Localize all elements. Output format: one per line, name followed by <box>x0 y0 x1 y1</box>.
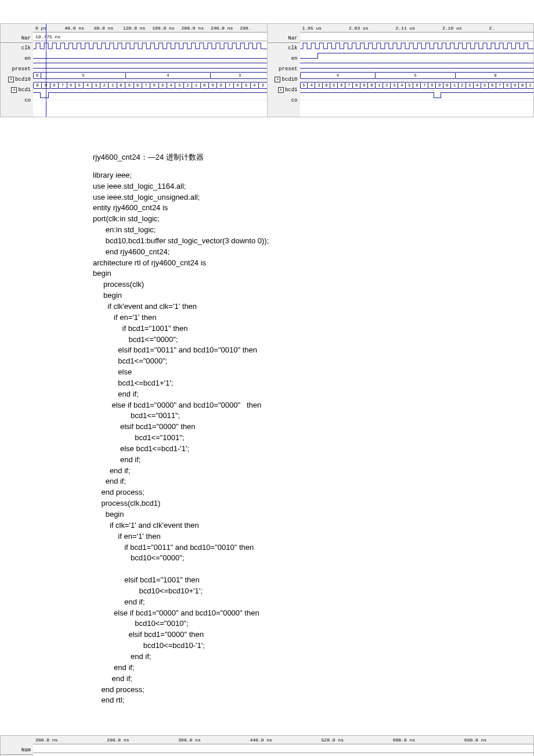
track-preset <box>300 61 534 71</box>
sig-en[interactable]: en <box>268 53 300 64</box>
sig-bcd1[interactable]: +bcd1 <box>268 85 300 95</box>
bus-value: 1 <box>375 82 383 89</box>
bus-value: 0 <box>200 82 209 89</box>
tracks: 0543 0987654321098765432109876543 <box>33 41 267 100</box>
bus-value: 0 <box>117 82 125 89</box>
sig-bcd10[interactable]: +bcd10 <box>268 74 300 85</box>
cursor-time <box>33 744 533 753</box>
time-ruler: 0 ps 40.0 ns 80.0 ns 120.0 ns 160.0 ns 2… <box>33 24 267 33</box>
sig-co[interactable]: co <box>1 95 33 106</box>
wave-area[interactable]: 1.95 us 2.03 us 2.11 us 2.19 us 2. <box>300 24 534 117</box>
bus-value: 4 <box>83 82 92 89</box>
track-co <box>300 91 534 100</box>
code-body: library ieee; use ieee.std_logic_1164.al… <box>93 170 534 706</box>
bus-value: 5 <box>241 82 250 89</box>
bus-value: 8 <box>217 82 225 89</box>
bus-value: 5 <box>405 82 413 89</box>
bus-value: 5 <box>481 82 489 89</box>
bus-value: 8 <box>503 82 511 89</box>
bus-value: 4 <box>125 72 211 79</box>
expand-icon[interactable]: + <box>8 77 14 82</box>
bus-value: 0 <box>455 72 533 79</box>
bus-value: 3 <box>390 82 398 89</box>
waveform-top-left: Nar clk en preset +bcd10 +bcd1 co 0 ps 4… <box>1 24 268 117</box>
bus-value: 4 <box>167 82 175 89</box>
bus-value: 2 <box>383 82 391 89</box>
sig-en[interactable]: en <box>1 53 33 64</box>
bus-value: 5 <box>375 72 456 79</box>
bus-value: 0 <box>33 82 42 89</box>
track-bcd1: 5430587890123458789012345878901 <box>300 81 534 91</box>
bus-value: 4 <box>473 82 481 89</box>
signal-names-col: Nar clk en preset +bcd10 +bcd1 co <box>268 24 301 117</box>
names-header: Nar <box>268 24 300 43</box>
sig-bcd1[interactable]: +bcd1 <box>1 85 33 95</box>
clk-wave <box>300 41 534 51</box>
bus-value: 7 <box>58 82 67 89</box>
track-bcd10: 0543 <box>33 71 267 81</box>
bus-value: 3 <box>466 82 474 89</box>
bus-value: 3 <box>92 82 100 89</box>
bus-value: 0 <box>322 82 330 89</box>
bus-value: 7 <box>345 82 353 89</box>
signal-names-col: Nam clk en bcd1 bcd10 <box>1 736 34 756</box>
track-clk <box>33 41 267 51</box>
bus-value: 8 <box>488 82 496 89</box>
bus-value: 4 <box>398 82 406 89</box>
sig-co[interactable]: co <box>268 95 300 106</box>
track-preset <box>33 61 267 71</box>
bus-value: 9 <box>125 82 134 89</box>
sig-preset[interactable]: preset <box>1 64 33 74</box>
track-en <box>33 51 267 61</box>
bus-value: 9 <box>435 82 443 89</box>
sig-clk[interactable]: clk <box>268 43 300 53</box>
bus-value: 4 <box>250 82 259 89</box>
bus-value: 9 <box>208 82 217 89</box>
bus-value: 7 <box>225 82 234 89</box>
bus-value: 5 <box>41 72 126 79</box>
bus-value: 1 <box>108 82 117 89</box>
bus-value: 6 <box>67 82 75 89</box>
bus-value: 2 <box>100 82 109 89</box>
bus-value: 0 <box>367 82 376 89</box>
bus-value: 3 <box>210 72 268 79</box>
bus-value: 0 <box>518 82 526 89</box>
wave-area[interactable]: 200.0 ns 280.0 ns 360.0 ns 440.0 ns 520.… <box>33 736 533 756</box>
clk-wave <box>33 41 267 51</box>
expand-icon[interactable]: + <box>278 87 284 93</box>
bus-value: 1 <box>526 82 533 89</box>
expand-icon[interactable]: + <box>11 87 17 93</box>
bus-value: 1 <box>450 82 459 89</box>
bus-value: 4 <box>300 72 376 79</box>
bus-value: 7 <box>142 82 150 89</box>
track-bcd10: 450 <box>300 71 534 81</box>
cursor-time: 19.775 ns <box>33 33 267 41</box>
sig-bcd10[interactable]: +bcd10 <box>1 74 33 85</box>
track-co <box>33 91 267 100</box>
waveform-bottom: Nam clk en bcd1 bcd10 200.0 ns 280.0 ns … <box>0 735 534 756</box>
bus-value: 5 <box>75 82 84 89</box>
bus-value: 9 <box>511 82 519 89</box>
waveform-top: Nar clk en preset +bcd10 +bcd1 co 0 ps 4… <box>0 23 534 117</box>
bus-value: 0 <box>33 72 41 79</box>
bus-value: 5 <box>330 82 338 89</box>
bus-value: 6 <box>233 82 242 89</box>
expand-icon[interactable]: + <box>275 77 280 82</box>
wave-area[interactable]: 0 ps 40.0 ns 80.0 ns 120.0 ns 160.0 ns 2… <box>33 24 267 117</box>
track-bcd1: 0987654321098765432109876543 <box>33 81 267 91</box>
cursor-time <box>300 33 534 41</box>
bus-value: 0 <box>443 82 451 89</box>
bus-value: 8 <box>413 82 421 89</box>
track-clk <box>300 41 534 51</box>
sig-clk[interactable]: clk <box>1 43 33 53</box>
bus-value: 3 <box>175 82 183 89</box>
waveform-bottom-full: Nam clk en bcd1 bcd10 200.0 ns 280.0 ns … <box>1 736 533 756</box>
sig-preset[interactable]: preset <box>268 64 300 74</box>
bus-value: 3 <box>315 82 323 89</box>
bus-value: 5 <box>300 82 308 89</box>
bus-value: 3 <box>258 82 267 89</box>
bus-value: 8 <box>50 82 59 89</box>
bus-value: 9 <box>41 82 50 89</box>
bus-value: 4 <box>307 82 315 89</box>
time-ruler: 200.0 ns 280.0 ns 360.0 ns 440.0 ns 520.… <box>33 736 533 744</box>
